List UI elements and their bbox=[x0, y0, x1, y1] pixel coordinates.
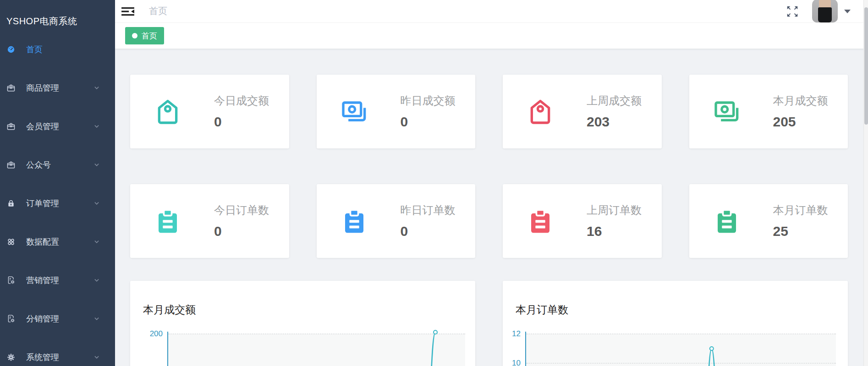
user-menu-caret-icon[interactable] bbox=[844, 10, 851, 13]
stat-card: 上周订单数 16 bbox=[503, 184, 662, 258]
stat-value: 0 bbox=[214, 114, 269, 130]
sidebar-item-label: 会员管理 bbox=[26, 121, 59, 132]
stat-value: 0 bbox=[401, 114, 456, 130]
sidebar-item-dashboard-0[interactable]: 首页 bbox=[0, 30, 115, 69]
monthly-sales-chart[interactable]: 200 bbox=[130, 315, 475, 366]
scrollbar-track[interactable] bbox=[863, 0, 868, 366]
docgear-icon bbox=[6, 314, 16, 323]
sidebar: YSHOP电商系统 首页 商品管理 会员管理 公众号 订单管理 数据配置 营销管… bbox=[0, 0, 115, 366]
chart-title: 本月成交额 bbox=[143, 303, 475, 315]
app-logo: YSHOP电商系统 bbox=[0, 0, 115, 30]
dashboard-content: 今日成交额 0 昨日成交额 0 上周成交额 203 本月成交额 205 今日订单… bbox=[115, 49, 868, 366]
data-point-marker bbox=[434, 330, 437, 334]
stats-row-orders: 今日订单数 0 昨日订单数 0 上周订单数 16 本月订单数 25 bbox=[130, 184, 848, 258]
stat-value: 16 bbox=[587, 224, 642, 239]
sidebar-menu: 首页 商品管理 会员管理 公众号 订单管理 数据配置 营销管理 分销管理 bbox=[0, 30, 115, 366]
sidebar-item-lock-4[interactable]: 订单管理 bbox=[0, 184, 115, 223]
scrollbar-thumb[interactable] bbox=[864, 7, 868, 125]
clipboard-icon bbox=[340, 207, 369, 236]
briefcase-icon bbox=[6, 122, 16, 131]
sidebar-collapse-icon[interactable] bbox=[121, 5, 135, 17]
dashboard-icon bbox=[6, 45, 16, 54]
stat-label: 上周订单数 bbox=[587, 203, 642, 218]
clipboard-icon bbox=[526, 207, 555, 236]
chevron-down-icon bbox=[93, 123, 100, 130]
chevron-down-icon bbox=[93, 316, 100, 322]
topbar: 首页 bbox=[115, 0, 868, 23]
fullscreen-icon[interactable] bbox=[786, 5, 799, 18]
stat-label: 上周成交额 bbox=[587, 93, 642, 108]
chevron-down-icon bbox=[93, 239, 100, 245]
docgear-icon bbox=[6, 276, 16, 285]
chart-title: 本月订单数 bbox=[516, 303, 848, 315]
chevron-down-icon bbox=[93, 162, 100, 168]
sidebar-item-gear-8[interactable]: 系统管理 bbox=[0, 338, 115, 366]
sidebar-item-docgear-6[interactable]: 营销管理 bbox=[0, 261, 115, 300]
chevron-down-icon bbox=[93, 85, 100, 91]
stat-card: 昨日成交额 0 bbox=[317, 75, 476, 148]
stat-value: 205 bbox=[773, 114, 828, 130]
stat-label: 今日订单数 bbox=[214, 203, 269, 218]
gear-icon bbox=[6, 353, 16, 362]
breadcrumb[interactable]: 首页 bbox=[149, 5, 167, 17]
stat-label: 昨日订单数 bbox=[401, 203, 456, 218]
sidebar-item-label: 营销管理 bbox=[26, 275, 59, 286]
sidebar-item-grid-5[interactable]: 数据配置 bbox=[0, 223, 115, 261]
chevron-down-icon bbox=[93, 354, 100, 361]
stat-value: 0 bbox=[214, 224, 269, 239]
chart-card-monthly-orders: 本月订单数 1210 bbox=[503, 281, 848, 366]
stat-value: 0 bbox=[401, 224, 456, 239]
tag-dot bbox=[132, 33, 137, 38]
stat-card: 今日成交额 0 bbox=[130, 75, 289, 148]
sidebar-item-label: 商品管理 bbox=[26, 82, 59, 93]
chevron-down-icon bbox=[93, 277, 100, 284]
sidebar-item-label: 首页 bbox=[26, 44, 43, 55]
main-area: 首页 首页 今日成交额 0 昨日成交额 0 上周成交额 203 bbox=[115, 0, 868, 366]
stat-label: 今日成交额 bbox=[214, 93, 269, 108]
stat-label: 本月成交额 bbox=[773, 93, 828, 108]
stats-row-sales: 今日成交额 0 昨日成交额 0 上周成交额 203 本月成交额 205 bbox=[130, 75, 848, 148]
chevron-down-icon bbox=[93, 200, 100, 207]
charts-row: 本月成交额 200 本月订单数 1210 bbox=[130, 281, 848, 366]
sidebar-item-label: 订单管理 bbox=[26, 198, 59, 209]
briefcase-icon bbox=[6, 160, 16, 169]
clipboard-icon bbox=[712, 207, 742, 236]
stat-card: 本月成交额 205 bbox=[689, 75, 848, 148]
lock-icon bbox=[6, 199, 16, 208]
stat-card: 本月订单数 25 bbox=[689, 184, 848, 258]
clipboard-icon bbox=[153, 207, 182, 236]
money-icon bbox=[340, 97, 369, 126]
tag-icon bbox=[153, 97, 182, 126]
sidebar-item-label: 系统管理 bbox=[26, 352, 59, 363]
stat-card: 昨日订单数 0 bbox=[317, 184, 476, 258]
monthly-orders-chart[interactable]: 1210 bbox=[503, 315, 848, 366]
sidebar-item-label: 数据配置 bbox=[26, 236, 59, 247]
stat-label: 昨日成交额 bbox=[401, 93, 456, 108]
sidebar-item-label: 公众号 bbox=[26, 159, 51, 170]
tag-home[interactable]: 首页 bbox=[125, 27, 164, 44]
tags-bar: 首页 bbox=[115, 23, 868, 49]
stat-value: 203 bbox=[587, 114, 642, 130]
sidebar-item-briefcase-3[interactable]: 公众号 bbox=[0, 146, 115, 184]
sidebar-item-briefcase-2[interactable]: 会员管理 bbox=[0, 107, 115, 146]
tag-icon bbox=[526, 97, 555, 126]
stat-value: 25 bbox=[773, 224, 828, 239]
avatar[interactable] bbox=[812, 0, 838, 22]
grid-icon bbox=[6, 237, 16, 246]
sidebar-item-label: 分销管理 bbox=[26, 313, 59, 324]
stat-card: 上周成交额 203 bbox=[503, 75, 662, 148]
stat-card: 今日订单数 0 bbox=[130, 184, 289, 258]
sidebar-item-docgear-7[interactable]: 分销管理 bbox=[0, 300, 115, 338]
chart-line-svg bbox=[503, 315, 848, 366]
chart-line-svg bbox=[130, 315, 475, 366]
stat-label: 本月订单数 bbox=[773, 203, 828, 218]
briefcase-icon bbox=[6, 83, 16, 93]
tag-label: 首页 bbox=[142, 31, 157, 41]
data-point-marker bbox=[710, 347, 714, 350]
sidebar-item-briefcase-1[interactable]: 商品管理 bbox=[0, 69, 115, 107]
money-icon bbox=[712, 97, 742, 126]
chart-card-monthly-sales: 本月成交额 200 bbox=[130, 281, 475, 366]
